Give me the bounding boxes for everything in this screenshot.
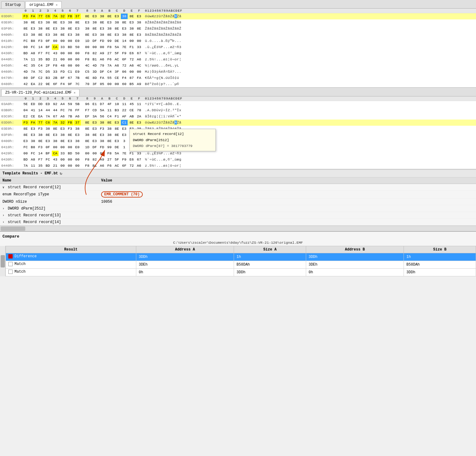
compare-row-match1[interactable]: Match 3DEh B58DAh 3DEh B58DAh (6, 261, 476, 269)
compare-content: Result Address A Size A Address B Size B (0, 246, 476, 276)
hex-row-f1-0470[interactable]: 0470h: 80DFC2B32B8F677B 4E8DFA55CEF487FA… (0, 75, 476, 81)
hex-row-f2-0410[interactable]: 0410h: FCB8F30F000000E0 1DDFFD99DE1 üø..… (0, 144, 476, 150)
compare-table: Result Address A Size A Address B Size B (6, 246, 476, 276)
row-diff-sizeA: 1h (234, 253, 306, 261)
tab-startup-label: Startup (5, 3, 21, 7)
tab-orignal-emf[interactable]: orignal.EMF ✕ (25, 1, 61, 8)
hex-row-f2-0420[interactable]: 0420h: 00FC14BFCA33BD50 000000F85A7EF133… (0, 150, 476, 157)
col-addr-a: Address A (136, 246, 234, 253)
expand-icon-record13[interactable]: › (2, 214, 4, 217)
compare-title: Compare (0, 233, 476, 240)
col-result: Result (6, 246, 136, 253)
tab-poc-label: ZS-VR-21-120_PoC-minimized.EMF (5, 91, 72, 95)
tab-orignal-close[interactable]: ✕ (56, 3, 58, 7)
hex-row-f1-0400[interactable]: 0400h: E3388EE3388EE338 8EE3388EE3388EE3… (0, 32, 476, 38)
compare-filepath: C:\Users\zscaler\Documents\0day\fuzz\ZS-… (0, 240, 476, 246)
hex-row-f2-03A0[interactable]: 03A0h: 5EEDDDED92A4595B 96E1D74F10114511… (0, 101, 476, 107)
template-title: Template Results - EMF.bt (2, 171, 58, 176)
hex-row-f1-0420[interactable]: 0420h: 00FC14BFCA33BD50 000000F85A7EF133… (0, 44, 476, 50)
match-checkbox-2 (8, 270, 13, 274)
template-row-record12[interactable]: ∨ struct Record record[12] (0, 184, 476, 191)
expand-icon-record14[interactable]: › (2, 221, 4, 224)
template-col-headers: Name Value (0, 177, 476, 184)
hex-row-f1-03E0[interactable]: 03E0h: 388EE3388EE3388E E3388EE3388EE338… (0, 19, 476, 26)
col-addr-b: Address B (306, 246, 404, 253)
hex-row-f1-0480[interactable]: 0480h: 42EA229E6FF49F7C 703F05000060B5A9… (0, 81, 476, 87)
row-match1-result: Match (6, 261, 136, 269)
template-row-record14[interactable]: › struct Record record[14] (0, 219, 476, 226)
row-match2-sizeB: 3DDh (404, 269, 476, 276)
hex-row-f2-0400[interactable]: 0400h: E3388EE3388EE338 8EE3388EE33 ã8Žã… (0, 138, 476, 144)
hex-row-f1-0460[interactable]: 0460h: 4D7A7CD533FDC1E9 C53DDFC43F060000… (0, 69, 476, 75)
match-checkbox-1 (8, 262, 13, 266)
row-match2-addrA: 0h (136, 269, 234, 276)
hex-row-f2-0440[interactable]: 0440h: 7A1135BD21000000 F8B1A6F6AC6F72A6… (0, 163, 476, 169)
hex-row-f1-0410[interactable]: 0410h: FCB8F30F000000E0 1DDFFD99DE140000… (0, 38, 476, 44)
hex-panel-1: 0 1 2 3 4 5 6 7 8 9 A B C D E F 01234567… (0, 9, 476, 88)
template-row-itype[interactable]: enum RecordType iType EMR_COMMENT (70) (0, 191, 476, 198)
record13-name: struct Record record[13] (8, 213, 61, 218)
compare-row-difference[interactable]: Difference 3DDh 1h 3DDh 1h (6, 253, 476, 261)
record14-name: struct Record record[14] (8, 220, 61, 224)
row-diff-addrB: 3DDh (306, 253, 404, 261)
hex-panel-2: 0 1 2 3 4 5 6 7 8 9 A B C D E F 01234567… (0, 96, 476, 169)
tab-bar-2: ZS-VR-21-120_PoC-minimized.EMF ✕ (0, 88, 476, 96)
col-header-row-2: 0 1 2 3 4 5 6 7 8 9 A B C D E F 01234567… (0, 96, 476, 101)
nsize-name: DWORD nSize (2, 200, 27, 204)
row-match1-addrB: 3DEh (306, 261, 404, 269)
row-match2-result: Match (6, 269, 136, 276)
hex-row-f1-0440[interactable]: 0440h: 7A1135BD21000000 F8B1A6F6AC6F72A6… (0, 56, 476, 63)
itype-value: EMR_COMMENT (70) (101, 191, 143, 197)
row-match2-addrB: 0h (306, 269, 404, 276)
hex-row-f1-03F0[interactable]: 03F0h: 8EE3388EE3388EE3 388EE3388EE3388E… (0, 26, 476, 32)
hex-row-f2-03D0[interactable]: 03D0h: F3 FA 77 C6 7A 32 FB 37 8E E3 38 … (0, 120, 476, 126)
template-row-dparm[interactable]: › DWORD dParm[2512] (0, 205, 476, 212)
hex-row-f2-03C0[interactable]: 03C0h: E2CEEA7A67A67BA6 EF3A56C4F1AFAB2A… (0, 113, 476, 120)
template-row-nsize[interactable]: DWORD nSize 10056 (0, 198, 476, 205)
tab-poc-close[interactable]: ✕ (74, 91, 76, 95)
hex-row-f1-0430[interactable]: 0430h: BDA8F7FC43000000 F882A9275FF9E667… (0, 50, 476, 56)
scrollbar-thumb[interactable] (1, 226, 25, 231)
tab-orignal-label: orignal.EMF (29, 3, 54, 7)
col-size-b: Size B (404, 246, 476, 253)
col-size-a: Size A (234, 246, 306, 253)
row-match2-sizeA: 3DDh (234, 269, 306, 276)
row-match1-addrA: 3DEh (136, 261, 234, 269)
row-match1-sizeB: B58DAh (404, 261, 476, 269)
compare-row-match2[interactable]: Match 0h 3DDh 0h 3DDh (6, 269, 476, 276)
compare-inner: Result Address A Size A Address B Size B (6, 246, 476, 276)
hex-row-f2-03B0[interactable]: 03B0h: 0441144444FC76FF F7CD5A11B322CE78… (0, 107, 476, 113)
hex-row-f1-03D0[interactable]: 03D0h: F3 FA 77 C6 7A 32 FB 37 8E E3 38 … (0, 13, 476, 19)
row-diff-addrA: 3DDh (136, 253, 234, 261)
hex-row-f1-0450[interactable]: 0450h: 4C35C42FF8480000 4C4D797AA672A64C… (0, 63, 476, 69)
template-panel: Template Results - EMF.bt ↻ Name Value ∨… (0, 169, 476, 226)
row-diff-result: Difference (6, 253, 136, 261)
diff-red-icon (8, 254, 13, 259)
refresh-button[interactable]: ↻ (60, 171, 62, 176)
template-row-record13[interactable]: › struct Record record[13] (0, 212, 476, 219)
col-header-name: Name (0, 178, 99, 183)
col-header-row-1: 0 1 2 3 4 5 6 7 8 9 A B C D E F 01234567… (0, 9, 476, 13)
match2-label: Match (14, 270, 26, 274)
match1-label: Match (14, 262, 26, 266)
dparm-name: DWORD dParm[2512] (8, 206, 45, 211)
row-match1-sizeA: B58DAh (234, 261, 306, 269)
tab-poc-emf[interactable]: ZS-VR-21-120_PoC-minimized.EMF ✕ (1, 89, 80, 96)
nsize-value: 10056 (101, 200, 112, 204)
hex-row-f2-03E0[interactable]: 03E0h: 8EE3F3388EE3F338 8EE3F3388EE3F338… (0, 126, 476, 132)
hex-row-f2-0430[interactable]: 0430h: BDA8F7FC43000000 F882A9275FF9E667… (0, 157, 476, 163)
diff-label: Difference (14, 254, 37, 259)
horizontal-scrollbar[interactable] (0, 226, 476, 231)
tab-startup[interactable]: Startup (1, 1, 25, 8)
col-header-value: Value (99, 178, 476, 183)
expand-icon-dparm[interactable]: › (2, 207, 4, 210)
itype-name: enum RecordType iType (2, 192, 49, 197)
compare-scroll-thumb[interactable] (1, 255, 5, 267)
compare-scrollbar[interactable] (0, 246, 6, 276)
hex-row-f2-03F0[interactable]: 03F0h: 8EE3388EE3388EE3 388EE3388EE3388E… (0, 132, 476, 138)
expand-icon-record12[interactable]: ∨ (2, 186, 4, 189)
tab-bar-1: Startup orignal.EMF ✕ (0, 0, 476, 9)
record12-name: struct Record record[12] (8, 185, 61, 189)
row-diff-sizeB: 1h (404, 253, 476, 261)
template-header: Template Results - EMF.bt ↻ (0, 170, 476, 177)
